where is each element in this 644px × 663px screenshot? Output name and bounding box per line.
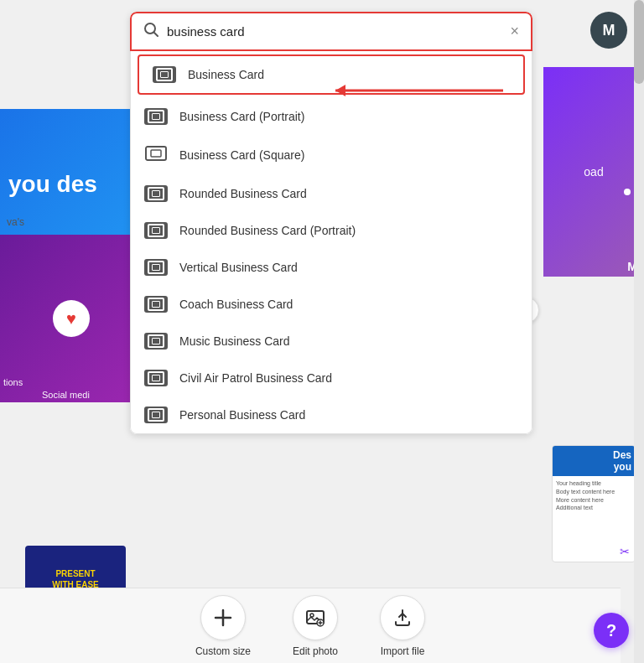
import-file-circle [380,595,425,640]
item-label-4: Rounded Business Card (Portrait) [179,224,356,237]
purple-banner: oad [543,67,644,277]
card-icon-4 [144,222,168,239]
item-label-0: Business Card [188,68,264,81]
search-input-row: × [130,12,532,51]
des-card-header: Des you [553,446,635,476]
item-label-3: Rounded Business Card [179,187,307,200]
item-label-5: Vertical Business Card [179,261,298,274]
search-container: × Business Card Business Card (Portrait)… [130,12,532,434]
custom-size-label: Custom size [195,645,251,657]
search-icon [143,22,158,41]
svg-line-1 [154,33,158,36]
dropdown-item-1[interactable]: Business Card (Portrait) [131,98,532,135]
dropdown-item-business-card[interactable]: Business Card [138,54,525,95]
social-icon: ♥ [53,300,90,337]
svg-rect-2 [146,147,166,160]
des-card: Des you Your heading title Body text con… [552,445,636,562]
help-button[interactable]: ? [594,613,629,648]
edit-photo-circle [293,595,338,640]
edit-photo-label: Edit photo [293,645,338,657]
heart-icon: ♥ [66,309,76,329]
item-label-7: Music Business Card [179,334,290,348]
des-card-body: Your heading title Body text content her… [553,476,635,515]
help-label: ? [606,621,616,640]
card-icon-8 [144,370,168,386]
oad-label: oad [584,165,603,179]
card-icon-7 [144,333,168,350]
scissors-icon: ✂ [620,545,630,558]
card-icon-0 [153,66,176,83]
dropdown-item-4[interactable]: Rounded Business Card (Portrait) [131,212,532,249]
avatar[interactable]: M [590,12,627,49]
card-icon-9 [144,407,168,423]
custom-size-circle [200,595,246,640]
item-label-6: Coach Business Card [179,298,293,311]
svg-point-0 [145,23,155,34]
card-icon-2 [144,145,168,165]
dropdown-item-7[interactable]: Music Business Card [131,323,532,360]
card-icon-5 [144,259,168,276]
clear-button[interactable]: × [510,23,519,40]
import-file-label: Import file [381,645,425,657]
dropdown-item-9[interactable]: Personal Business Card [131,396,532,433]
va-label: va's [7,216,24,228]
item-label-8: Civil Air Patrol Business Card [179,371,332,385]
scrollbar-track[interactable] [634,0,644,663]
dropdown-item-8[interactable]: Civil Air Patrol Business Card [131,360,532,396]
dot [624,189,631,195]
dropdown-item-3[interactable]: Rounded Business Card [131,175,532,212]
bottom-bar: Custom size Edit photo Import file [0,588,621,663]
blue-banner-text: you des [8,171,97,198]
dropdown-list: Business Card Business Card (Portrait) B… [130,51,532,434]
scrollbar-thumb[interactable] [634,0,644,84]
social-label: Social medi [42,390,90,400]
item-label-2: Business Card (Square) [179,148,304,162]
dropdown-item-5[interactable]: Vertical Business Card [131,249,532,286]
svg-rect-3 [151,150,161,157]
item-label-9: Personal Business Card [179,408,305,422]
search-input[interactable] [167,24,501,39]
custom-size-button[interactable]: Custom size [195,595,251,657]
item-label-1: Business Card (Portrait) [179,110,304,123]
dropdown-item-6[interactable]: Coach Business Card [131,286,532,323]
edit-photo-button[interactable]: Edit photo [293,595,338,657]
card-icon-3 [144,185,168,202]
dropdown-item-2[interactable]: Business Card (Square) [131,135,532,175]
import-file-button[interactable]: Import file [380,595,425,657]
present-line1: PRESENT [55,568,95,579]
avatar-letter: M [603,22,615,39]
tions-label: tions [3,377,23,387]
card-icon-6 [144,296,168,313]
card-icon-1 [144,108,168,125]
